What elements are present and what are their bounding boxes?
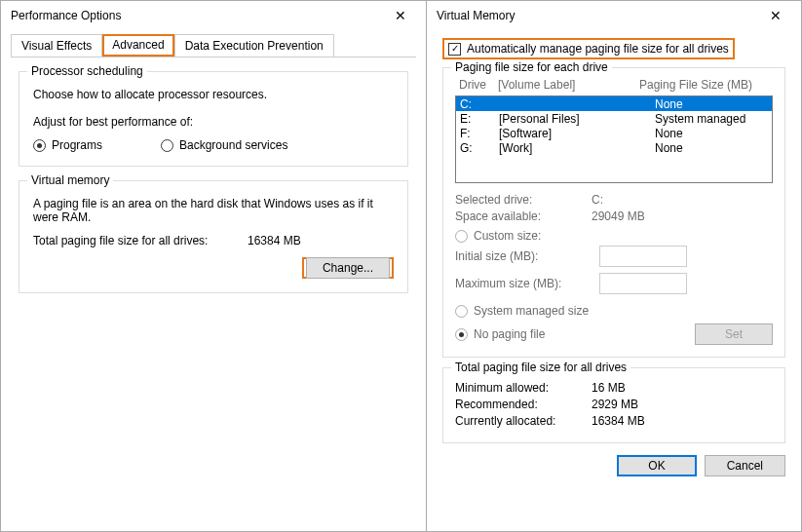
drive-letter: E: xyxy=(460,112,499,126)
drive-pagefile-size: None xyxy=(655,97,683,111)
close-icon[interactable]: ✕ xyxy=(756,2,795,29)
tab-advanced[interactable]: Advanced xyxy=(102,34,173,57)
drive-letter: G: xyxy=(460,141,499,155)
drive-list[interactable]: C:NoneE:[Personal Files]System managedF:… xyxy=(455,95,773,183)
radio-icon xyxy=(455,305,468,318)
recommended-label: Recommended: xyxy=(455,398,592,411)
total-pagefile-label: Total paging file size for all drives: xyxy=(33,234,248,247)
tab-visual-effects[interactable]: Visual Effects xyxy=(11,34,102,57)
drive-row[interactable]: F:[Software]None xyxy=(456,126,772,140)
radio-bg-label: Background services xyxy=(179,138,287,152)
group-title-vm: Virtual memory xyxy=(27,173,113,187)
window-title-vm: Virtual Memory xyxy=(437,9,515,22)
drive-row[interactable]: G:[Work]None xyxy=(456,140,772,155)
custom-size-label: Custom size: xyxy=(474,229,541,243)
drive-header-size: Paging File Size (MB) xyxy=(639,78,752,92)
radio-no-paging-file[interactable]: No paging file xyxy=(455,327,695,341)
selected-drive-value: C: xyxy=(592,193,603,207)
radio-programs-label: Programs xyxy=(52,138,102,152)
tab-dep[interactable]: Data Execution Prevention xyxy=(174,34,334,57)
drive-letter: C: xyxy=(460,97,499,111)
vm-desc: A paging file is an area on the hard dis… xyxy=(33,197,394,224)
adjust-label: Adjust for best performance of: xyxy=(33,115,394,129)
proc-desc: Choose how to allocate processor resourc… xyxy=(33,88,394,101)
drive-row[interactable]: E:[Personal Files]System managed xyxy=(456,111,772,126)
group-title-proc: Processor scheduling xyxy=(27,64,147,78)
initial-size-input[interactable] xyxy=(599,246,687,267)
min-allowed-value: 16 MB xyxy=(592,381,626,395)
drive-letter: F: xyxy=(460,127,499,140)
drive-row[interactable]: C:None xyxy=(456,96,772,111)
total-pagefile-group: Total paging file size for all drives Mi… xyxy=(442,367,785,443)
drive-label: [Work] xyxy=(499,141,655,155)
drive-header-label: [Volume Label] xyxy=(498,78,639,92)
group-title-pagefile: Paging file size for each drive xyxy=(451,60,612,74)
radio-icon xyxy=(455,328,468,341)
total-pagefile-value: 16384 MB xyxy=(248,234,301,247)
performance-options-window: Performance Options ✕ Visual Effects Adv… xyxy=(0,0,427,532)
space-available-value: 29049 MB xyxy=(592,209,645,223)
radio-icon xyxy=(455,230,468,243)
change-button[interactable]: Change... xyxy=(306,257,390,279)
selected-drive-label: Selected drive: xyxy=(455,193,592,207)
titlebar-vm: Virtual Memory ✕ xyxy=(427,1,801,30)
set-button[interactable]: Set xyxy=(695,323,773,345)
maximum-size-label: Maximum size (MB): xyxy=(455,277,592,290)
drive-header-drive: Drive xyxy=(459,78,498,92)
min-allowed-label: Minimum allowed: xyxy=(455,381,592,395)
radio-icon xyxy=(161,139,173,152)
checkbox-icon: ✓ xyxy=(448,43,461,56)
currently-allocated-value: 16384 MB xyxy=(592,414,645,428)
titlebar-perf: Performance Options ✕ xyxy=(1,1,426,30)
virtual-memory-window: Virtual Memory ✕ ✓ Automatically manage … xyxy=(426,0,802,532)
processor-scheduling-group: Processor scheduling Choose how to alloc… xyxy=(19,71,408,167)
radio-system-managed[interactable]: System managed size xyxy=(455,304,773,318)
radio-custom-size[interactable]: Custom size: xyxy=(455,229,773,243)
group-title-total: Total paging file size for all drives xyxy=(451,361,630,374)
recommended-value: 2929 MB xyxy=(592,398,638,411)
space-available-label: Space available: xyxy=(455,209,592,223)
paging-file-group: Paging file size for each drive Drive [V… xyxy=(442,67,785,358)
radio-programs[interactable]: Programs xyxy=(33,138,102,152)
virtual-memory-group: Virtual memory A paging file is an area … xyxy=(19,180,408,293)
drive-label: [Software] xyxy=(499,127,655,140)
ok-button[interactable]: OK xyxy=(617,455,696,476)
drive-pagefile-size: None xyxy=(655,127,683,140)
tabs-row: Visual Effects Advanced Data Execution P… xyxy=(1,30,426,57)
drive-pagefile-size: System managed xyxy=(655,112,745,126)
radio-icon xyxy=(33,139,46,152)
cancel-button[interactable]: Cancel xyxy=(705,455,785,476)
no-paging-file-label: No paging file xyxy=(474,327,545,341)
radio-background-services[interactable]: Background services xyxy=(161,138,287,152)
maximum-size-input[interactable] xyxy=(599,273,687,294)
drive-pagefile-size: None xyxy=(655,141,683,155)
drive-label: [Personal Files] xyxy=(499,112,655,126)
system-managed-label: System managed size xyxy=(474,304,589,318)
currently-allocated-label: Currently allocated: xyxy=(455,414,592,428)
initial-size-label: Initial size (MB): xyxy=(455,249,592,263)
auto-manage-label: Automatically manage paging file size fo… xyxy=(467,42,729,56)
close-icon[interactable]: ✕ xyxy=(381,2,420,29)
auto-manage-checkbox[interactable]: ✓ Automatically manage paging file size … xyxy=(448,42,729,56)
window-title-perf: Performance Options xyxy=(11,9,121,22)
